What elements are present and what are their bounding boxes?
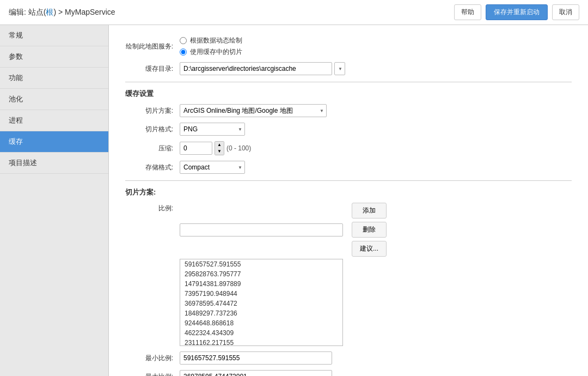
scale-row: 比例: 添加 删除 建议... 591657527.59155529582876…: [125, 203, 572, 346]
save-restart-button[interactable]: 保存并重新启动: [486, 4, 548, 20]
cache-dir-input[interactable]: [180, 62, 332, 75]
tile-format-wrapper: PNG JPEG: [180, 123, 245, 136]
list-item[interactable]: 591657527.591555: [180, 259, 342, 269]
list-item[interactable]: 18489297.737236: [180, 308, 342, 318]
compression-control: ▲ ▼ (0 - 100): [180, 141, 463, 155]
content-area: 绘制此地图服务: 根据数据动态绘制 使用缓存中的切片 缓存目录:: [109, 25, 588, 376]
storage-format-label: 存储格式:: [125, 163, 180, 172]
max-scale-label: 最大比例:: [125, 372, 180, 377]
min-scale-label: 最小比例:: [125, 354, 180, 363]
scale-label: 比例:: [125, 203, 180, 213]
tile-format-label: 切片格式:: [125, 125, 180, 134]
breadcrumb: 编辑: 站点(根) > MyMapService: [9, 8, 115, 17]
breadcrumb-suffix: ) > MyMapService: [53, 8, 115, 16]
tile-scheme-label: 切片方案:: [125, 106, 180, 116]
help-button[interactable]: 帮助: [454, 4, 481, 20]
radio-cache-input[interactable]: [180, 48, 187, 56]
scale-input-row: 添加 删除 建议...: [180, 203, 463, 257]
compression-label: 压缩:: [125, 144, 180, 153]
storage-format-row: 存储格式: Compact Exploded: [125, 161, 572, 174]
breadcrumb-root-link[interactable]: 根: [46, 8, 53, 16]
compression-down[interactable]: ▼: [215, 148, 224, 155]
radio-dynamic-input[interactable]: [180, 37, 187, 44]
sidebar-item-desc[interactable]: 项目描述: [0, 153, 108, 174]
sidebar-item-cache[interactable]: 缓存: [0, 131, 108, 153]
cancel-button[interactable]: 取消: [552, 4, 579, 20]
compression-input[interactable]: [180, 142, 212, 155]
cache-dir-row: 缓存目录:: [125, 62, 572, 75]
divider-1: [125, 82, 572, 82]
compression-up[interactable]: ▲: [215, 142, 224, 148]
scale-action-buttons: 添加 删除 建议...: [352, 203, 387, 257]
cache-dir-label: 缓存目录:: [125, 64, 180, 74]
divider-2: [125, 180, 572, 181]
sidebar: 常规 参数 功能 池化 进程 缓存 项目描述: [0, 25, 109, 376]
sidebar-item-process[interactable]: 进程: [0, 110, 108, 131]
delete-scale-button[interactable]: 删除: [352, 222, 387, 238]
draw-radio-group: 根据数据动态绘制 使用缓存中的切片: [180, 36, 463, 57]
cache-dir-dropdown[interactable]: [334, 62, 345, 75]
tile-format-control: PNG JPEG: [180, 123, 463, 136]
scale-text-input[interactable]: [180, 223, 343, 236]
sidebar-item-general[interactable]: 常规: [0, 25, 108, 46]
main-container: 常规 参数 功能 池化 进程 缓存 项目描述 绘制此地图服务: 根据数据动态绘制…: [0, 25, 588, 376]
scale-list[interactable]: 591657527.591555295828763.79577714791438…: [180, 259, 343, 346]
list-item[interactable]: 4622324.434309: [180, 328, 342, 338]
top-actions: 帮助 保存并重新启动 取消: [454, 4, 579, 20]
list-item[interactable]: 147914381.897889: [180, 279, 342, 289]
max-scale-input[interactable]: [180, 370, 332, 376]
min-scale-input[interactable]: [180, 351, 332, 365]
breadcrumb-prefix: 编辑: 站点(: [9, 8, 46, 16]
tile-scheme-control: ArcGIS Online/Bing 地图/Google 地图: [180, 104, 463, 117]
sidebar-item-function[interactable]: 功能: [0, 68, 108, 89]
storage-format-select[interactable]: Compact Exploded: [180, 161, 245, 174]
cache-dir-dropdown-wrapper: [334, 62, 345, 75]
tile-scheme-section-title: 切片方案:: [125, 187, 572, 197]
radio-dynamic-label: 根据数据动态绘制: [190, 36, 242, 45]
storage-format-wrapper: Compact Exploded: [180, 161, 245, 174]
draw-section-row: 绘制此地图服务: 根据数据动态绘制 使用缓存中的切片: [125, 36, 572, 57]
list-item[interactable]: 73957190.948944: [180, 289, 342, 299]
storage-format-control: Compact Exploded: [180, 161, 463, 174]
compression-range: (0 - 100): [226, 144, 251, 152]
max-scale-row: 最大比例:: [125, 370, 572, 376]
list-item[interactable]: 2311162.217155: [180, 338, 342, 346]
top-bar: 编辑: 站点(根) > MyMapService 帮助 保存并重新启动 取消: [0, 0, 588, 25]
tile-scheme-wrapper: ArcGIS Online/Bing 地图/Google 地图: [180, 104, 327, 117]
tile-format-select[interactable]: PNG JPEG: [180, 123, 245, 136]
radio-cache[interactable]: 使用缓存中的切片: [180, 47, 463, 57]
sidebar-item-params[interactable]: 参数: [0, 46, 108, 68]
tile-scheme-select[interactable]: ArcGIS Online/Bing 地图/Google 地图: [180, 104, 327, 117]
sidebar-item-pooling[interactable]: 池化: [0, 89, 108, 110]
suggest-button[interactable]: 建议...: [352, 241, 387, 257]
min-scale-control: [180, 351, 463, 365]
min-scale-row: 最小比例:: [125, 351, 572, 365]
list-item[interactable]: 9244648.868618: [180, 318, 342, 328]
compression-spinner: ▲ ▼: [215, 141, 224, 155]
tile-scheme-row: 切片方案: ArcGIS Online/Bing 地图/Google 地图: [125, 104, 572, 117]
radio-dynamic[interactable]: 根据数据动态绘制: [180, 36, 463, 45]
list-item[interactable]: 36978595.474472: [180, 299, 342, 308]
compression-row: 压缩: ▲ ▼ (0 - 100): [125, 141, 572, 155]
draw-label: 绘制此地图服务:: [125, 42, 180, 51]
tile-format-row: 切片格式: PNG JPEG: [125, 123, 572, 136]
cache-dir-control: [180, 62, 463, 75]
scale-control: 添加 删除 建议... 591657527.591555295828763.79…: [180, 203, 463, 346]
radio-cache-label: 使用缓存中的切片: [190, 47, 242, 57]
add-scale-button[interactable]: 添加: [352, 203, 387, 219]
list-item[interactable]: 295828763.795777: [180, 269, 342, 279]
cache-settings-title: 缓存设置: [125, 89, 572, 99]
max-scale-control: [180, 370, 463, 376]
